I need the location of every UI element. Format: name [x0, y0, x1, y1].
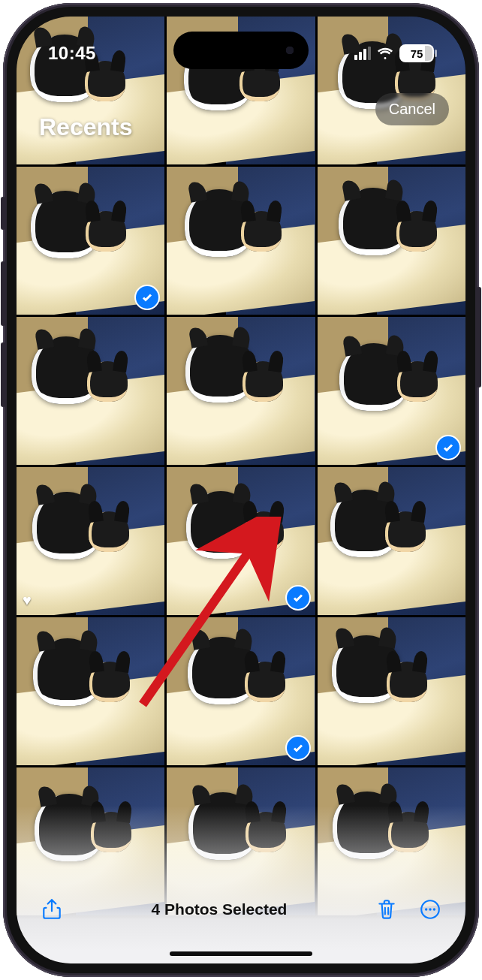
more-button[interactable] [417, 897, 443, 922]
photo-thumbnail[interactable] [167, 467, 315, 615]
photo-grid[interactable]: ♥ [17, 17, 465, 963]
side-button-power [477, 287, 481, 387]
cellular-icon [354, 47, 371, 60]
ellipsis-circle-icon [419, 898, 441, 921]
photo-thumbnail[interactable] [17, 317, 164, 465]
photo-thumbnail[interactable] [318, 617, 465, 765]
favorite-heart-icon: ♥ [23, 592, 32, 609]
photo-thumbnail[interactable] [318, 467, 465, 615]
photo-thumbnail[interactable] [318, 167, 465, 315]
device-frame: 10:45 75 Recents Cancel ♥ [3, 3, 479, 977]
share-button[interactable] [39, 897, 65, 922]
selected-checkmark-icon [437, 436, 459, 459]
photo-thumbnail[interactable] [167, 167, 315, 315]
svg-point-4 [433, 908, 435, 910]
status-time: 10:45 [48, 43, 96, 64]
wifi-icon [377, 47, 393, 60]
selection-count: 4 Photos Selected [152, 900, 288, 918]
svg-point-2 [425, 908, 427, 910]
delete-button[interactable] [374, 897, 399, 922]
home-indicator [170, 951, 312, 956]
photo-thumbnail[interactable]: ♥ [17, 467, 164, 615]
screen: 10:45 75 Recents Cancel ♥ [17, 17, 465, 963]
cancel-button[interactable]: Cancel [375, 93, 449, 125]
photo-thumbnail[interactable] [318, 317, 465, 465]
selected-checkmark-icon [287, 737, 309, 759]
photo-thumbnail[interactable] [167, 617, 315, 765]
photo-thumbnail[interactable] [17, 167, 164, 315]
battery-indicator: 75 [399, 44, 434, 62]
dynamic-island [173, 32, 309, 69]
status-right: 75 [354, 44, 434, 62]
side-button-vol-down [1, 342, 5, 407]
share-icon [41, 898, 63, 921]
trash-icon [375, 898, 398, 921]
battery-level: 75 [411, 47, 423, 60]
selected-checkmark-icon [287, 586, 309, 609]
bottom-toolbar: 4 Photos Selected [17, 878, 465, 963]
photo-thumbnail[interactable] [167, 317, 315, 465]
svg-point-3 [429, 908, 431, 910]
side-button-silence [1, 197, 5, 230]
photo-thumbnail[interactable] [17, 617, 164, 765]
side-button-vol-up [1, 261, 5, 326]
